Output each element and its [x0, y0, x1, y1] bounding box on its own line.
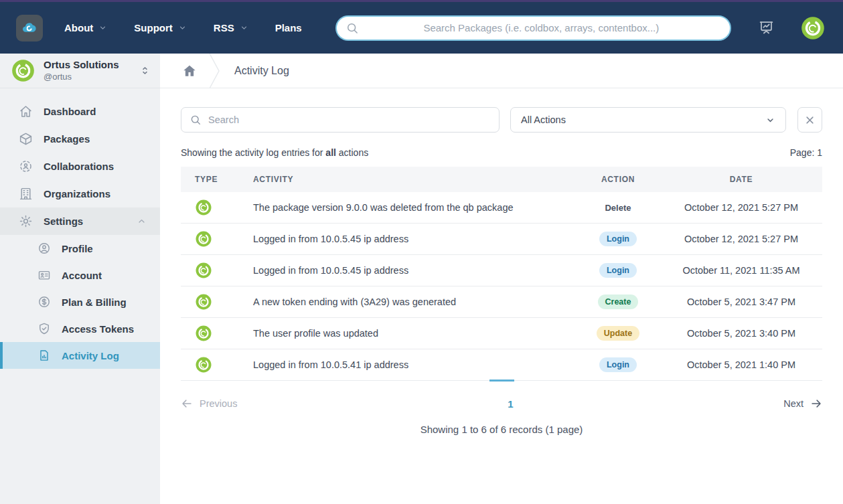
action-badge: Create	[598, 295, 639, 309]
activity-text: The user profile was updated	[253, 328, 378, 339]
sidebar-item-profile[interactable]: Profile	[0, 235, 160, 262]
nav-link-about[interactable]: About	[64, 22, 107, 33]
activity-date: October 5, 2021 1:40 PM	[687, 359, 795, 370]
active-page-indicator	[489, 380, 514, 382]
presentation-chart-icon[interactable]	[758, 19, 775, 36]
table-row[interactable]: Logged in from 10.0.5.45 ip address Logi…	[181, 255, 822, 286]
table-header-row: TYPE ACTIVITY ACTION DATE	[181, 167, 822, 192]
page-title: Activity Log	[234, 65, 289, 77]
action-badge: Update	[597, 326, 639, 341]
log-search-box	[181, 107, 500, 133]
log-search-input[interactable]	[181, 107, 500, 133]
chevron-down-icon	[98, 23, 107, 32]
top-navbar: About Support RSS Plans	[0, 2, 843, 54]
sidebar-item-label: Account	[62, 270, 102, 281]
sidebar-item-packages[interactable]: Packages	[0, 125, 160, 153]
sidebar: Ortus Solutions @ortus Dashboard Package…	[0, 54, 160, 504]
activity-text: The package version 9.0.0 was deleted fr…	[253, 202, 514, 213]
selector-icon	[139, 65, 151, 76]
arrow-right-icon	[810, 398, 822, 410]
row-type-avatar	[195, 356, 212, 373]
sidebar-item-label: Access Tokens	[62, 323, 134, 335]
col-type: TYPE	[181, 167, 246, 192]
org-handle: @ortus	[44, 72, 119, 82]
main-panel: Activity Log All Actions Showing the act…	[160, 54, 843, 504]
sidebar-item-plan-billing[interactable]: Plan & Billing	[0, 288, 160, 315]
activity-date: October 12, 2021 5:27 PM	[684, 234, 798, 244]
chevron-down-icon	[240, 23, 248, 32]
table-row[interactable]: Logged in from 10.0.5.45 ip address Logi…	[181, 224, 822, 255]
table-row[interactable]: A new token ending with (3A29) was gener…	[181, 286, 822, 318]
breadcrumb-separator	[209, 54, 221, 88]
row-type-avatar	[195, 199, 212, 216]
sidebar-item-label: Packages	[44, 133, 90, 145]
sidebar-item-access-tokens[interactable]: Access Tokens	[0, 315, 160, 342]
docchart-icon	[37, 349, 51, 362]
chevron-up-icon	[137, 216, 147, 226]
forgebox-logo[interactable]	[16, 15, 43, 41]
cube-icon	[19, 132, 33, 146]
sidebar-item-label: Plan & Billing	[62, 297, 127, 308]
nav-link-label: About	[64, 22, 93, 33]
action-badge: Login	[599, 357, 637, 372]
sidebar-item-label: Organizations	[44, 188, 110, 199]
next-button[interactable]: Next	[783, 398, 822, 410]
sidebar-item-label: Profile	[62, 243, 93, 254]
sidebar-item-account[interactable]: Account	[0, 262, 160, 288]
arrow-left-icon	[181, 398, 193, 410]
row-type-avatar	[195, 230, 212, 248]
action-filter-select[interactable]: All Actions	[510, 107, 786, 133]
org-name: Ortus Solutions	[44, 59, 119, 72]
col-activity: ACTIVITY	[246, 167, 576, 192]
table-row[interactable]: The package version 9.0.0 was deleted fr…	[181, 192, 822, 224]
nav-link-label: Support	[134, 22, 173, 33]
sidebar-menu: Dashboard Packages Collaborations Organi…	[0, 88, 160, 369]
previous-button[interactable]: Previous	[181, 398, 237, 410]
dollar-icon	[37, 295, 51, 309]
table-row[interactable]: The user profile was updated Update Octo…	[181, 318, 822, 349]
action-badge: Delete	[605, 200, 631, 216]
org-switcher[interactable]: Ortus Solutions @ortus	[0, 54, 160, 88]
activity-date: October 5, 2021 3:47 PM	[687, 297, 795, 307]
org-meta: Ortus Solutions @ortus	[44, 59, 119, 82]
nav-link-support[interactable]: Support	[134, 22, 187, 33]
package-search-input[interactable]	[335, 15, 731, 41]
sidebar-item-organizations[interactable]: Organizations	[0, 180, 160, 207]
activity-date: October 5, 2021 3:40 PM	[687, 328, 795, 339]
shield-icon	[37, 322, 51, 335]
activity-date: October 11, 2021 11:35 AM	[682, 265, 799, 276]
sidebar-item-settings[interactable]: Settings	[0, 207, 160, 235]
sidebar-item-label: Dashboard	[44, 106, 96, 117]
user-avatar[interactable]	[800, 15, 826, 41]
pagination: Previous 1 Next	[181, 398, 822, 410]
nav-right	[758, 15, 826, 41]
action-badge: Login	[599, 232, 637, 246]
activity-text: A new token ending with (3A29) was gener…	[253, 297, 456, 307]
nav-links: About Support RSS Plans	[64, 22, 302, 33]
gear-icon	[19, 214, 33, 228]
sidebar-item-dashboard[interactable]: Dashboard	[0, 98, 160, 125]
action-filter-value: All Actions	[521, 114, 566, 125]
home-icon[interactable]	[182, 64, 197, 78]
breadcrumb: Activity Log	[160, 54, 843, 88]
building-icon	[19, 187, 33, 201]
activity-text: Logged in from 10.0.5.45 ip address	[253, 265, 408, 276]
page-number-1[interactable]: 1	[237, 398, 783, 410]
sidebar-item-activity-log[interactable]: Activity Log	[0, 342, 160, 369]
nav-link-plans[interactable]: Plans	[275, 22, 302, 33]
sidebar-item-collaborations[interactable]: Collaborations	[0, 153, 160, 180]
table-row[interactable]: Logged in from 10.0.5.41 ip address Logi…	[181, 349, 822, 381]
row-type-avatar	[195, 262, 212, 279]
action-badge: Login	[599, 263, 637, 278]
activity-text: Logged in from 10.0.5.41 ip address	[253, 359, 408, 370]
activity-date: October 12, 2021 5:27 PM	[684, 202, 798, 213]
table-body: The package version 9.0.0 was deleted fr…	[181, 192, 822, 381]
clear-filters-button[interactable]	[797, 107, 822, 133]
chevron-down-icon	[765, 115, 775, 125]
nav-link-label: RSS	[214, 22, 234, 33]
collab-icon	[19, 159, 33, 173]
nav-link-rss[interactable]: RSS	[214, 22, 248, 33]
nav-link-label: Plans	[275, 22, 302, 33]
nav-search	[335, 15, 731, 41]
close-icon	[803, 114, 816, 127]
